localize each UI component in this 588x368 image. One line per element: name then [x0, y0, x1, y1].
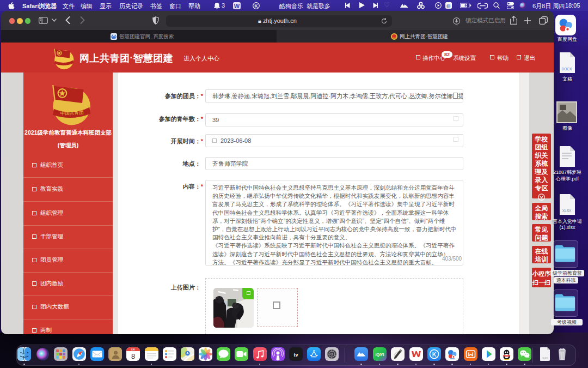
svg-text:XLSX: XLSX	[562, 209, 572, 213]
svg-text:iQIYI: iQIYI	[375, 353, 384, 357]
svg-text:K: K	[432, 351, 437, 358]
svg-text:8: 8	[131, 352, 135, 360]
svg-text:tv: tv	[293, 352, 298, 358]
svg-text:拼: 拼	[446, 3, 451, 9]
svg-text:XLSX: XLSX	[542, 357, 548, 359]
svg-text:DOCX: DOCX	[562, 67, 572, 71]
svg-text:K: K	[254, 3, 258, 8]
svg-text:6月: 6月	[131, 348, 135, 351]
svg-text:W: W	[234, 2, 240, 9]
